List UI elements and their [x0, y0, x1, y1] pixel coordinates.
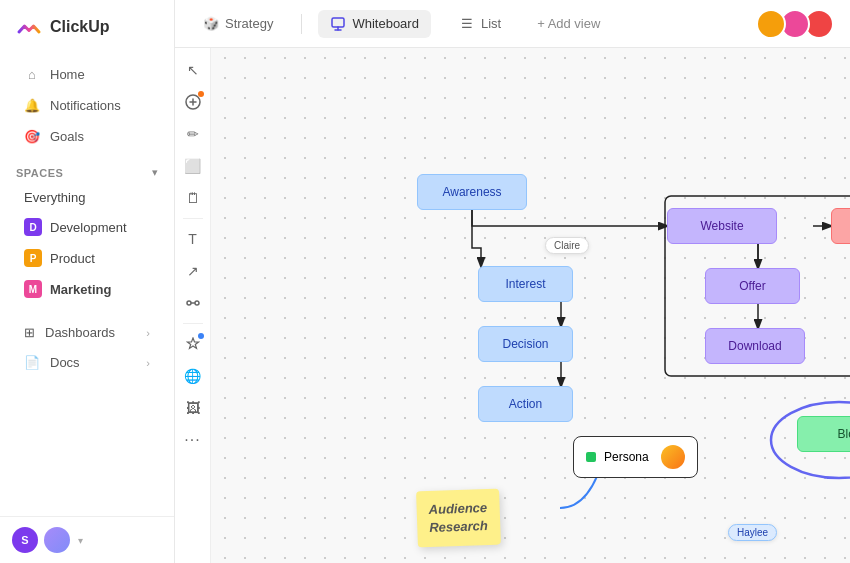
clickup-logo-icon	[16, 14, 42, 40]
user-avatar-photo	[44, 527, 70, 553]
tab-whiteboard-label: Whiteboard	[352, 16, 418, 31]
sidebar-item-dashboards[interactable]: ⊞ Dashboards ›	[8, 318, 166, 347]
spaces-chevron-icon[interactable]: ▾	[152, 166, 158, 179]
node-blog[interactable]: Blog	[797, 416, 850, 452]
arrow-tool-button[interactable]: ↗	[179, 257, 207, 285]
tab-list-label: List	[481, 16, 501, 31]
product-badge: P	[24, 249, 42, 267]
toolbar-separator-1	[183, 218, 203, 219]
svg-rect-0	[332, 18, 344, 27]
cursor-label-haylee: Haylee	[728, 524, 777, 541]
node-decision[interactable]: Decision	[478, 326, 573, 362]
dashboards-icon: ⊞	[24, 325, 35, 340]
globe-tool-button[interactable]: 🌐	[179, 362, 207, 390]
svg-point-2	[187, 301, 191, 305]
docs-icon: 📄	[24, 355, 40, 370]
sidebar-item-everything[interactable]: Everything	[8, 184, 166, 211]
sidebar-notifications-label: Notifications	[50, 98, 121, 113]
sticky-note-audience-research[interactable]: AudienceResearch	[416, 489, 500, 548]
star-tool-button[interactable]	[179, 330, 207, 358]
node-download[interactable]: Download	[705, 328, 805, 364]
whiteboard-icon	[330, 16, 346, 32]
add-shape-button[interactable]	[179, 88, 207, 116]
strategy-icon: 🎲	[203, 16, 219, 32]
cursor-tool-button[interactable]: ↖	[179, 56, 207, 84]
more-tools-button[interactable]: ···	[179, 426, 207, 454]
sidebar: ClickUp ⌂ Home 🔔 Notifications 🎯 Goals S…	[0, 0, 175, 563]
sidebar-item-home[interactable]: ⌂ Home	[8, 59, 166, 89]
everything-label: Everything	[24, 190, 85, 205]
sidebar-goals-label: Goals	[50, 129, 84, 144]
tab-strategy[interactable]: 🎲 Strategy	[191, 10, 285, 38]
product-label: Product	[50, 251, 95, 266]
tab-divider	[301, 14, 302, 34]
node-interest[interactable]: Interest	[478, 266, 573, 302]
text-tool-button[interactable]: T	[179, 225, 207, 253]
goals-icon: 🎯	[24, 128, 40, 144]
toolbar-separator-2	[183, 323, 203, 324]
persona-card[interactable]: Persona	[573, 436, 698, 478]
node-awareness[interactable]: Awareness	[417, 174, 527, 210]
add-view-label: + Add view	[537, 16, 600, 31]
tab-list[interactable]: ☰ List	[447, 10, 513, 38]
pen-tool-button[interactable]: ✏	[179, 120, 207, 148]
sidebar-main-nav: ⌂ Home 🔔 Notifications 🎯 Goals	[0, 54, 174, 156]
spaces-label: Spaces	[16, 167, 63, 179]
tab-strategy-label: Strategy	[225, 16, 273, 31]
add-view-button[interactable]: + Add view	[529, 12, 608, 35]
sidebar-item-docs[interactable]: 📄 Docs ›	[8, 348, 166, 377]
app-logo: ClickUp	[0, 0, 174, 54]
dashboards-chevron-icon: ›	[146, 327, 150, 339]
card-tool-button[interactable]: 🗒	[179, 184, 207, 212]
sidebar-item-goals[interactable]: 🎯 Goals	[8, 121, 166, 151]
node-offer[interactable]: Offer	[705, 268, 800, 304]
docs-label: Docs	[50, 355, 80, 370]
svg-point-3	[195, 301, 199, 305]
main-content: 🎲 Strategy Whiteboard ☰ List + Add view	[175, 0, 850, 563]
marketing-badge: M	[24, 280, 42, 298]
home-icon: ⌂	[24, 66, 40, 82]
tab-whiteboard[interactable]: Whiteboard	[318, 10, 430, 38]
node-action[interactable]: Action	[478, 386, 573, 422]
collaborator-avatars	[756, 9, 834, 39]
sidebar-footer: S ▾	[0, 516, 174, 563]
user-dropdown-chevron[interactable]: ▾	[78, 535, 83, 546]
sidebar-item-development[interactable]: D Development	[8, 212, 166, 242]
user-avatar-initial[interactable]: S	[12, 527, 38, 553]
sidebar-home-label: Home	[50, 67, 85, 82]
collaborator-avatar-1	[756, 9, 786, 39]
node-homepage[interactable]: Homepage	[831, 208, 850, 244]
canvas-toolbar: ↖ ✏ ⬜ 🗒 T ↗ 🌐 🖼 ···	[175, 48, 211, 563]
cursor-label-claire: Claire	[545, 237, 589, 254]
connector-tool-button[interactable]	[179, 289, 207, 317]
topbar-avatars	[756, 9, 834, 39]
dashboards-label: Dashboards	[45, 325, 115, 340]
image-tool-button[interactable]: 🖼	[179, 394, 207, 422]
persona-dot	[586, 452, 596, 462]
whiteboard-canvas[interactable]: ↖ ✏ ⬜ 🗒 T ↗ 🌐 🖼 ···	[175, 48, 850, 563]
docs-chevron-icon: ›	[146, 357, 150, 369]
sidebar-item-marketing[interactable]: M Marketing	[8, 274, 166, 304]
sidebar-bottom-nav: ⊞ Dashboards › 📄 Docs ›	[0, 317, 174, 378]
sidebar-item-product[interactable]: P Product	[8, 243, 166, 273]
persona-avatar	[661, 445, 685, 469]
spaces-list: Everything D Development P Product M Mar…	[0, 183, 174, 305]
sidebar-item-notifications[interactable]: 🔔 Notifications	[8, 90, 166, 120]
rect-tool-button[interactable]: ⬜	[179, 152, 207, 180]
marketing-label: Marketing	[50, 282, 111, 297]
development-badge: D	[24, 218, 42, 236]
development-label: Development	[50, 220, 127, 235]
spaces-section-header: Spaces ▾	[0, 156, 174, 183]
list-icon: ☰	[459, 16, 475, 32]
app-name: ClickUp	[50, 18, 110, 36]
topbar: 🎲 Strategy Whiteboard ☰ List + Add view	[175, 0, 850, 48]
node-website[interactable]: Website	[667, 208, 777, 244]
persona-label: Persona	[604, 450, 649, 464]
bell-icon: 🔔	[24, 97, 40, 113]
flow-arrows	[211, 48, 850, 563]
